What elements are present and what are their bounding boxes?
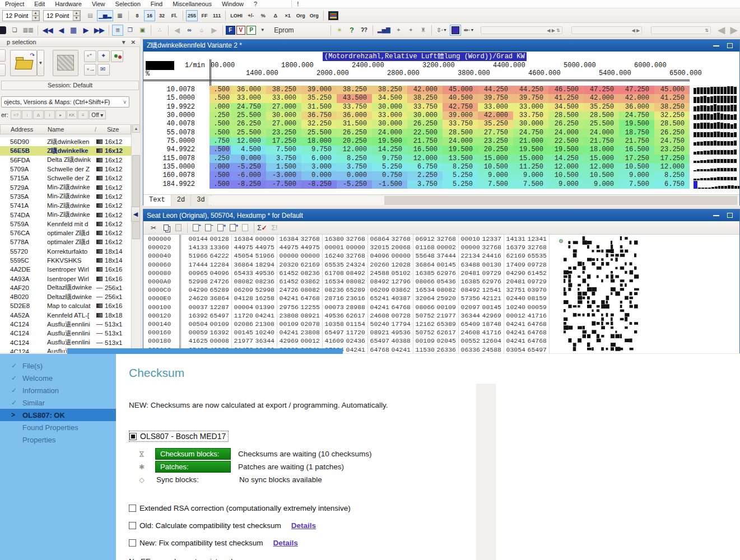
map-window-titlebar[interactable]: Z䁾dwinkelkennfeld Variante 2 * <box>143 40 739 52</box>
hex-word[interactable]: 00109 <box>277 320 299 328</box>
hex-word[interactable]: 41609 <box>323 337 344 344</box>
hex-word[interactable]: 00008 <box>208 337 229 344</box>
map-cell[interactable]: 22.500 <box>407 129 443 137</box>
map-cell[interactable]: 16.500 <box>619 146 654 154</box>
map-list-row[interactable]: 56FDADelta Z䁾dwink16x12 <box>0 156 131 165</box>
hex-word[interactable]: 08921 <box>299 312 320 319</box>
search-prev-icon[interactable]: ◀ <box>171 25 183 36</box>
hex-row[interactable]: 0000E02462036864041281625804241647682871… <box>143 294 739 302</box>
hex-word[interactable]: 00002 <box>435 244 456 251</box>
map-cell[interactable]: 18.000 <box>584 146 619 154</box>
map-cell[interactable]: 3.000 <box>301 163 337 171</box>
map-cell[interactable]: 42.000 <box>478 111 513 120</box>
hex-word[interactable]: 52998 <box>187 278 208 285</box>
hex-word[interactable]: 29756 <box>277 304 299 311</box>
hex-word[interactable]: 20068 <box>389 244 411 251</box>
hex-row[interactable]: 0000405196664222450545196600000000001624… <box>143 251 739 260</box>
map-cell[interactable]: 10.500 <box>584 171 619 180</box>
hex-word[interactable]: 36864 <box>413 261 435 268</box>
hex-row[interactable]: 0000800096504096654334953661452082366170… <box>143 269 739 277</box>
map-cell[interactable]: 5.250 <box>443 180 478 189</box>
map-list-row[interactable]: 5729AMin-Z䁾dwinke16x12 <box>0 183 131 192</box>
map-cell[interactable]: 10.500 <box>619 163 654 171</box>
hex-word[interactable]: 36344 <box>253 337 274 344</box>
search-next-icon[interactable]: ▶ <box>208 25 220 36</box>
hex-word[interactable]: 49536 <box>389 329 411 336</box>
hex-word[interactable]: 18748 <box>480 320 501 328</box>
map-cell[interactable]: 46.500 <box>548 86 584 94</box>
hex-word[interactable]: 41716 <box>525 312 547 319</box>
menu-edit[interactable]: Edit <box>29 1 50 7</box>
hex-word[interactable]: 32768 <box>344 235 365 242</box>
chair-icon[interactable]: ♜ <box>417 25 429 36</box>
map-cell[interactable]: .000 <box>210 163 231 171</box>
hex-word[interactable]: 02436 <box>344 337 365 344</box>
menu-![interactable]: ! <box>291 1 304 7</box>
hex-word[interactable]: 24416 <box>480 252 501 259</box>
hex-word[interactable]: 64768 <box>525 329 547 336</box>
hex-row[interactable]: 0001000003712287000040139029756122550007… <box>143 303 739 311</box>
hex-word[interactable]: 11530 <box>413 346 435 353</box>
hex-word[interactable]: 57356 <box>459 295 480 302</box>
nav-last-icon[interactable]: ▶▶ <box>92 25 106 36</box>
checkbox-icon[interactable] <box>129 505 136 512</box>
map-cell[interactable]: 42.000 <box>584 94 619 102</box>
map-cell[interactable]: 9.000 <box>478 171 513 180</box>
maximize-icon[interactable] <box>727 213 733 218</box>
hex-word[interactable]: 00059 <box>525 304 547 311</box>
map-cell[interactable]: 0.000 <box>337 171 372 180</box>
hex-word[interactable]: 00004 <box>232 304 253 311</box>
map-cell[interactable]: .250 <box>210 111 231 120</box>
filter-tool-0-icon[interactable]: =? <box>11 110 21 119</box>
chart-view-icon[interactable]: ▁▅▂ <box>97 10 113 21</box>
clipped-tool-icon[interactable] <box>0 49 6 62</box>
export-icon[interactable]: ▣ <box>137 25 148 36</box>
hex-word[interactable]: 32768 <box>525 244 547 251</box>
percent-view-button[interactable]: % <box>258 10 269 21</box>
scrollbar-thumb[interactable] <box>384 196 737 205</box>
map-cell[interactable]: 34.500 <box>372 94 407 102</box>
map-cell[interactable]: 27.750 <box>478 129 513 137</box>
hex-word[interactable]: 41625 <box>187 337 208 344</box>
hex-word[interactable]: 32015 <box>368 244 389 251</box>
map-list-row[interactable]: 574DAMin-Z䁾dwinke16x12 <box>0 210 131 219</box>
hex-word[interactable]: 61452 <box>277 269 299 277</box>
map-cell[interactable]: 35.250 <box>478 120 513 128</box>
map-list-row[interactable]: 4A93AIsentroper Wirl16x16 <box>0 274 131 283</box>
map-list-row[interactable]: 4C124Ausflu遣ennlini513x1 <box>0 329 131 338</box>
hex-word[interactable]: 00728 <box>389 312 411 319</box>
map-cell[interactable]: 39.000 <box>301 86 337 94</box>
map-cell[interactable]: 9.000 <box>548 180 584 189</box>
hex-word[interactable]: 44975 <box>253 244 274 251</box>
hex-word[interactable]: 08236 <box>323 286 344 293</box>
hex-word[interactable]: 65389 <box>435 320 456 328</box>
hex-word[interactable]: 32768 <box>389 235 411 242</box>
scope-dropdown[interactable]: ojects, Versions & Maps: (Ctrl+Shift+F) … <box>1 96 129 108</box>
hex-word[interactable]: 20481 <box>459 269 480 277</box>
map-cell[interactable]: 35.250 <box>584 103 619 111</box>
hex-word[interactable]: 28716 <box>323 295 344 302</box>
map-cell[interactable]: 6.000 <box>301 155 337 163</box>
page-prev-icon[interactable]: ◀ <box>716 25 727 36</box>
map-cell[interactable]: .500 <box>210 94 231 102</box>
map-cell[interactable]: 8.250 <box>337 155 372 163</box>
map-cell[interactable]: 10.500 <box>478 163 513 171</box>
filter-tool-2-icon[interactable]: Δ <box>33 110 44 119</box>
hex-word[interactable]: 16534 <box>413 286 435 293</box>
map-cell[interactable]: 36.000 <box>337 111 372 120</box>
map-cell[interactable]: 38.250 <box>372 86 407 94</box>
menu-miscellaneous[interactable]: Miscellaneous <box>167 1 217 7</box>
hex-word[interactable]: 08082 <box>232 278 253 285</box>
hex-word[interactable]: 40388 <box>389 337 411 344</box>
hex-word[interactable]: 21977 <box>435 312 456 319</box>
hex-word[interactable]: 00144 <box>187 235 208 242</box>
hex-word[interactable]: 42969 <box>277 337 299 344</box>
hex-word[interactable]: 41716 <box>480 329 501 336</box>
hex-word[interactable]: 36864 <box>208 295 229 302</box>
panel-close-icon[interactable]: ✕ <box>131 39 136 45</box>
map-list-row[interactable]: 4C124Ausflu遣ennlini513x1 <box>0 338 131 347</box>
hex-word[interactable]: 16385 <box>413 269 435 277</box>
hex-word[interactable]: 00504 <box>187 320 208 328</box>
hex-word[interactable]: 08082 <box>344 278 365 285</box>
hex-word[interactable]: 23808 <box>299 329 320 336</box>
